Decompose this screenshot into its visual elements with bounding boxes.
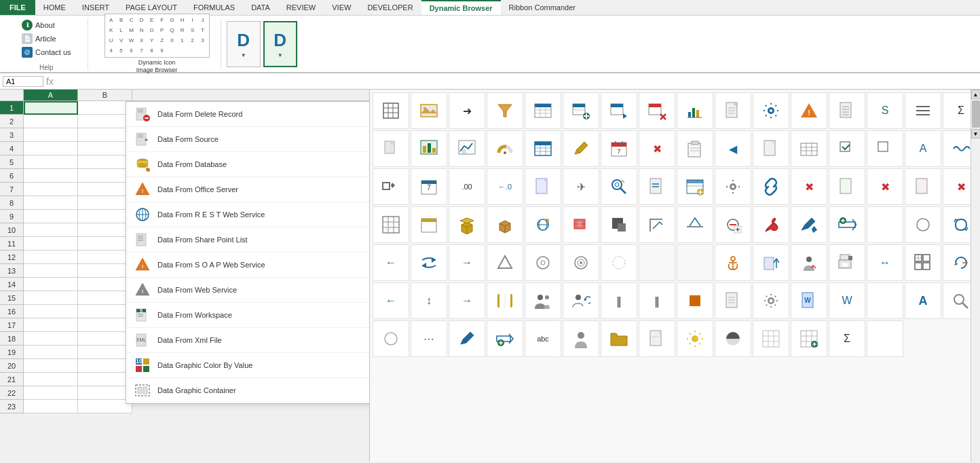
icon-cell-37[interactable]: ✈: [563, 168, 599, 205]
icon-cell-31[interactable]: [943, 130, 970, 167]
icon-cell-3[interactable]: [487, 92, 523, 129]
icon-cell-38[interactable]: [601, 168, 637, 205]
tab-file[interactable]: FILE: [0, 0, 35, 15]
cell-a11[interactable]: [24, 237, 78, 251]
row-header-12[interactable]: 12: [0, 251, 24, 264]
dropdown-item-data-from-soap-web-service[interactable]: ! Data From S O A P Web Service: [126, 253, 369, 278]
dropdown-item-data-form-source[interactable]: Data Form Source: [126, 127, 369, 152]
row-header-8[interactable]: 8: [0, 196, 24, 210]
row-header-21[interactable]: 21: [0, 373, 24, 386]
icon-cell-102[interactable]: [601, 320, 637, 357]
icon-cell-59[interactable]: [791, 206, 827, 243]
cell-b10[interactable]: [78, 223, 132, 237]
icon-cell-69[interactable]: [563, 244, 599, 281]
dropdown-item-data-form-delete-record[interactable]: Data Form Delete Record: [126, 102, 369, 127]
icon-cell-74[interactable]: [753, 244, 789, 281]
icon-cell-50[interactable]: [449, 206, 485, 243]
icon-cell-41[interactable]: [715, 168, 751, 205]
icon-cell-27[interactable]: [791, 130, 827, 167]
d-button-2[interactable]: D ▼: [263, 21, 297, 67]
cell-b17[interactable]: [78, 318, 132, 332]
cell-a2[interactable]: [24, 115, 78, 128]
icon-cell-43[interactable]: ✖: [791, 168, 827, 205]
icon-cell-35[interactable]: ←.0: [487, 168, 523, 205]
row-header-14[interactable]: 14: [0, 278, 24, 291]
cell-a8[interactable]: [24, 196, 78, 210]
cell-b13[interactable]: [78, 264, 132, 278]
dropdown-item-data-from-workspace[interactable]: S Data From Workspace: [126, 303, 369, 328]
cell-a9[interactable]: [24, 210, 78, 223]
icon-cell-100[interactable]: abc: [525, 320, 561, 357]
icon-cell-73[interactable]: [715, 244, 751, 281]
icon-cell-5[interactable]: [563, 92, 599, 129]
cell-b9[interactable]: [78, 210, 132, 223]
row-header-7[interactable]: 7: [0, 183, 24, 196]
row-header-13[interactable]: 13: [0, 264, 24, 278]
cell-reference-input[interactable]: [3, 76, 43, 87]
dropdown-item-data-graphic-color-by-value[interactable]: 10 Data Graphic Color By Value: [126, 353, 369, 378]
row-header-20[interactable]: 20: [0, 359, 24, 373]
row-header-10[interactable]: 10: [0, 223, 24, 237]
cell-a14[interactable]: [24, 278, 78, 291]
icon-cell-13[interactable]: S: [867, 92, 903, 129]
icon-cell-101[interactable]: [563, 320, 599, 357]
icon-cell-62[interactable]: [905, 206, 941, 243]
cell-a16[interactable]: [24, 305, 78, 318]
dropdown-item-data-from-xml-file[interactable]: XML Data From Xml File: [126, 328, 369, 353]
icon-cell-20[interactable]: [525, 130, 561, 167]
icon-cell-9[interactable]: [715, 92, 751, 129]
icon-cell-56[interactable]: [677, 206, 713, 243]
icon-cell-95[interactable]: [943, 282, 970, 319]
cell-a22[interactable]: [24, 386, 78, 400]
icon-cell-98[interactable]: [449, 320, 485, 357]
tab-ribbon-commander[interactable]: Ribbon Commander: [501, 0, 584, 15]
dropdown-item-data-from-sharepoint-list[interactable]: Data From Share Point List: [126, 227, 369, 253]
icon-cell-15[interactable]: Σ: [943, 92, 970, 129]
icon-cell-51[interactable]: [487, 206, 523, 243]
row-header-1[interactable]: 1: [0, 101, 24, 115]
cell-a1[interactable]: [24, 101, 78, 115]
row-header-16[interactable]: 16: [0, 305, 24, 318]
icon-cell-104[interactable]: [677, 320, 713, 357]
icon-cell-24[interactable]: [677, 130, 713, 167]
row-header-6[interactable]: 6: [0, 169, 24, 183]
icon-cell-19[interactable]: [487, 130, 523, 167]
cell-b4[interactable]: [78, 142, 132, 155]
row-header-23[interactable]: 23: [0, 400, 24, 413]
cell-b22[interactable]: [78, 386, 132, 400]
icon-cell-33[interactable]: 7: [411, 168, 447, 205]
icon-cell-46[interactable]: [905, 168, 941, 205]
icon-cell-8[interactable]: [677, 92, 713, 129]
cell-b7[interactable]: [78, 183, 132, 196]
icon-cell-106[interactable]: [753, 320, 789, 357]
cell-a15[interactable]: [24, 291, 78, 305]
icon-cell-10[interactable]: [753, 92, 789, 129]
tab-developer[interactable]: DEVELOPER: [359, 0, 421, 15]
icon-cell-18[interactable]: [449, 130, 485, 167]
icon-cell-14[interactable]: [905, 92, 941, 129]
icon-cell-34[interactable]: .00: [449, 168, 485, 205]
icon-cell-86[interactable]: ‖: [601, 282, 637, 319]
icon-cell-55[interactable]: [639, 206, 675, 243]
icon-cell-48[interactable]: [373, 206, 409, 243]
icon-cell-40[interactable]: [677, 168, 713, 205]
cell-a10[interactable]: [24, 223, 78, 237]
cell-a23[interactable]: [24, 400, 78, 413]
icon-cell-23[interactable]: ✖: [639, 130, 675, 167]
icon-cell-97[interactable]: ⋯: [411, 320, 447, 357]
icon-cell-82[interactable]: →: [449, 282, 485, 319]
icon-cell-26[interactable]: [753, 130, 789, 167]
cell-a19[interactable]: [24, 346, 78, 359]
icon-cell-76[interactable]: [829, 244, 865, 281]
tab-data[interactable]: DATA: [243, 0, 278, 15]
icon-cell-91[interactable]: W: [791, 282, 827, 319]
icon-cell-75[interactable]: [791, 244, 827, 281]
scroll-up-button[interactable]: ▲: [971, 90, 981, 99]
cell-b18[interactable]: [78, 332, 132, 346]
icon-cell-87[interactable]: ‖: [639, 282, 675, 319]
row-header-11[interactable]: 11: [0, 237, 24, 251]
tab-dynamic-browser[interactable]: Dynamic Browser: [421, 0, 501, 15]
dropdown-item-data-graphic-container[interactable]: Data Graphic Container: [126, 378, 369, 403]
icon-cell-36[interactable]: [525, 168, 561, 205]
cell-b6[interactable]: [78, 169, 132, 183]
